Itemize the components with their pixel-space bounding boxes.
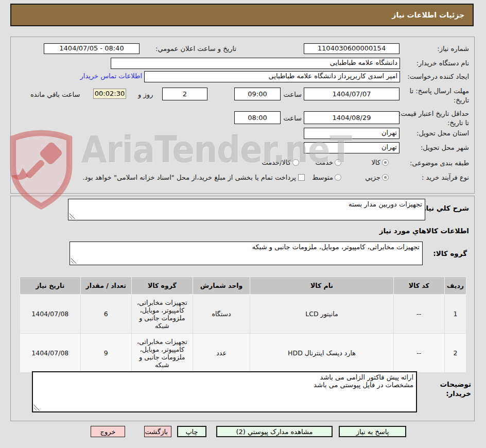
buyer-notes-label: توضیحات خریدار: — [431, 380, 471, 398]
resize-handle-icon[interactable] — [71, 258, 77, 264]
goods-group-label: گروه کالا: — [421, 249, 467, 258]
buyer-notes-textarea[interactable]: ارائه پیش فاکتور الزامی می باشد مشخصات د… — [32, 371, 417, 412]
tender-detail-page: جزئیات اطلاعات نیاز شماره نیاز: 11040306… — [0, 0, 486, 448]
cell-row-number: 2 — [444, 334, 466, 373]
price-validity-date-field[interactable]: 1404/08/29 — [304, 111, 400, 124]
reply-deadline-label: مهلت ارسال پاسخ: تا تاریخ: — [393, 87, 469, 105]
cell-unit: عدد — [193, 334, 250, 373]
cell-quantity: 9 — [80, 334, 131, 373]
process-type-label: نوع فرآیند خرید : — [392, 173, 469, 182]
announce-datetime-field[interactable]: 1404/07/05 - 08:40 — [44, 43, 140, 54]
cell-group: تجهیزات مخابراتی، کامپیوتر، موبایل، ملزو… — [131, 334, 193, 373]
cell-group: تجهیزات مخابراتی، کامپیوتر، موبایل، ملزو… — [131, 295, 193, 334]
general-info-panel: شماره نیاز: 1104030600000154 تاریخ و ساع… — [10, 37, 475, 194]
need-number-field[interactable]: 1104030600000154 — [304, 43, 400, 54]
cell-need-date: 1404/07/08 — [20, 295, 81, 334]
buyer-org-label: نام دستگاه خریدار: — [397, 59, 469, 68]
goods-table: ردیف کد کالا نام کالا واحد شمارش گروه کا… — [20, 277, 466, 373]
table-row: 1 -- مانیتور LCD دستگاه تجهیزات مخابراتی… — [20, 295, 466, 334]
col-header-unit: واحد شمارش — [193, 277, 250, 295]
exit-button[interactable]: خروج — [91, 426, 125, 437]
cell-unit: دستگاه — [193, 295, 250, 334]
hour-label-2: ساعت — [284, 114, 302, 123]
cell-item-name: هارد دیسک اینترنال HDD — [250, 334, 394, 373]
buyer-contact-link[interactable]: اطلاعات تماس خریدار — [72, 72, 142, 80]
buyer-notes-text: ارائه پیش فاکتور الزامی می باشد مشخصات د… — [36, 373, 413, 389]
radio-service[interactable] — [335, 159, 341, 166]
cell-item-code: -- — [393, 334, 444, 373]
col-header-group: گروه کالا — [131, 277, 193, 295]
price-validity-label: حداقل تاریخ اعتبار قیمت: تا تاریخ: — [393, 109, 469, 127]
radio-medium-label: متوسط — [308, 173, 333, 182]
cell-quantity: 6 — [80, 295, 131, 334]
respond-to-need-button[interactable]: پاسخ به نیاز — [339, 426, 406, 437]
col-header-item-name: نام کالا — [250, 277, 394, 295]
print-button[interactable]: چاپ — [177, 426, 206, 437]
radio-service-label: خدمت — [311, 158, 333, 167]
radio-medium[interactable] — [335, 174, 341, 181]
need-description-textarea[interactable]: تجهیزات دوربین مدار بسته — [68, 199, 425, 220]
col-header-item-code: کد کالا — [393, 277, 444, 295]
radio-partial-label: جزیي — [361, 173, 380, 182]
radio-goods-service-label: کالا/خدمت — [249, 158, 291, 167]
province-label: استان محل تحویل: — [392, 129, 469, 138]
need-description-text: تجهیزات دوربین مدار بسته — [349, 200, 422, 208]
buyer-org-field[interactable]: دانشگاه علامه طباطبایی — [111, 58, 400, 69]
reply-deadline-time-field[interactable]: 09:00 — [234, 88, 281, 100]
classification-label: طبقه بندی موضوعی: — [392, 159, 469, 168]
resize-handle-icon[interactable] — [70, 213, 75, 219]
cell-need-date: 1404/07/08 — [20, 334, 81, 373]
need-description-label: شرح کلي نیاز: — [418, 203, 469, 213]
page-title: جزئیات اطلاعات نیاز — [10, 4, 474, 26]
radio-goods[interactable] — [382, 159, 389, 166]
goods-info-panel: شرح کلي نیاز: تجهیزات دوربین مدار بسته ا… — [10, 196, 475, 421]
province-field[interactable]: تهران — [304, 128, 400, 139]
days-and-label: روز و — [138, 90, 160, 99]
city-label: شهر محل تحویل: — [392, 143, 469, 152]
radio-goods-label: کالا — [359, 158, 380, 167]
view-attached-docs-button[interactable]: مشاهده مدارک پیوستي (2) — [216, 426, 333, 437]
col-header-row-number: ردیف — [444, 277, 466, 295]
announce-datetime-label: تاریخ و ساعت اعلان عمومي: — [146, 44, 236, 54]
back-button[interactable]: بازگشت — [144, 426, 171, 437]
table-row: 2 -- هارد دیسک اینترنال HDD عدد تجهیزات … — [20, 334, 466, 373]
cell-item-name: مانیتور LCD — [250, 295, 394, 334]
col-header-need-date: تاریخ نیاز — [20, 277, 81, 295]
goods-group-textarea[interactable]: تجهیزات مخابراتی، کامپیوتر، موبایل، ملزو… — [70, 242, 423, 265]
creator-label: ایجاد کننده درخواست: — [392, 72, 469, 81]
need-number-label: شماره نیاز: — [412, 44, 469, 54]
goods-section-title: اطلاعات کالاهاي مورد نیاز — [356, 226, 469, 235]
goods-group-text: تجهیزات مخابراتی، کامپیوتر، موبایل، ملزو… — [252, 243, 420, 251]
radio-partial[interactable] — [382, 174, 389, 181]
cell-item-code: -- — [393, 295, 444, 334]
cell-row-number: 1 — [444, 295, 466, 334]
days-remaining-field[interactable]: 2 — [162, 88, 207, 100]
treasury-checkbox[interactable] — [298, 174, 305, 181]
hours-remaining-label: ساعت باقي مانده — [30, 90, 91, 99]
reply-deadline-date-field[interactable]: 1404/07/07 — [304, 88, 400, 100]
hour-label-1: ساعت — [284, 90, 302, 99]
city-field[interactable]: تهران — [304, 142, 400, 153]
radio-goods-service[interactable] — [292, 159, 299, 166]
goods-table-header-row: ردیف کد کالا نام کالا واحد شمارش گروه کا… — [20, 277, 466, 295]
treasury-note: پرداخت تمام یا بخشی از مبلغ خرید،از محل … — [68, 173, 296, 182]
countdown-timer: 00:02:30 — [93, 89, 126, 99]
col-header-quantity: تعداد / مقدار — [80, 277, 131, 295]
creator-field[interactable]: امیر اسدی کاربرپرداز دانشگاه علامه طباطب… — [144, 71, 400, 82]
price-validity-time-field[interactable]: 08:00 — [234, 111, 281, 124]
resize-handle-icon[interactable] — [34, 405, 40, 410]
